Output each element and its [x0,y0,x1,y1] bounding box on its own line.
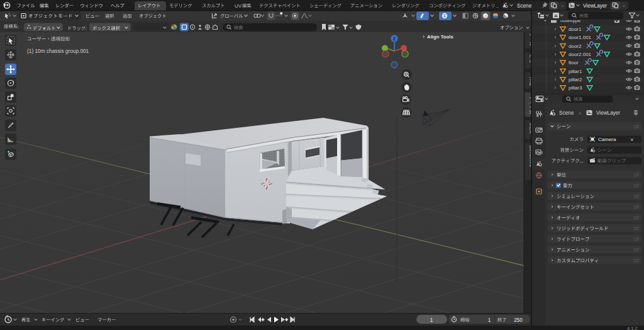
svg-text:›: › [552,182,553,188]
svg-text:›: › [552,214,553,220]
svg-text:UV: UV [235,3,242,9]
svg-text:(1) 10m chassis group.001: (1) 10m chassis group.001 [27,48,89,54]
svg-text:door1.001: door1.001 [569,35,592,40]
svg-text:›: › [555,34,557,40]
svg-text:›: › [555,43,557,49]
svg-text:Camera: Camera [598,137,616,142]
svg-text:pillar3: pillar3 [569,85,582,91]
svg-text:›: › [555,59,557,65]
svg-text:›: › [552,246,553,253]
svg-text:›: › [423,33,425,40]
svg-text:›: › [555,26,557,32]
svg-text:Z: Z [393,37,396,41]
svg-text:ViewLayer: ViewLayer [583,3,607,9]
svg-text:›: › [555,68,557,74]
svg-text:1: 1 [430,317,433,323]
svg-text:›: › [555,84,557,91]
svg-text:›: › [552,171,553,178]
svg-text:›: › [552,193,553,199]
svg-text:floor: floor [569,60,579,65]
svg-text:Scene: Scene [559,110,574,116]
svg-text:Scene: Scene [517,3,532,9]
svg-text:pillar1: pillar1 [569,69,582,74]
svg-text:›: › [552,203,553,210]
svg-text:door2.001: door2.001 [569,52,592,57]
svg-text:›: › [555,76,557,82]
svg-text:›: › [579,110,581,117]
svg-text:door1: door1 [569,26,582,32]
svg-text:ViewLayer: ViewLayer [596,110,620,116]
svg-text:door2: door2 [569,43,582,49]
svg-text:1: 1 [488,317,491,323]
svg-text:×: × [623,3,626,9]
svg-text:Align Tools: Align Tools [427,34,454,40]
svg-text:..: .. [496,3,499,9]
svg-text:×: × [630,137,633,143]
svg-text:›: › [555,51,557,57]
svg-text:›: › [552,225,553,231]
svg-text:›: › [552,257,553,263]
svg-text:›: › [552,236,553,242]
svg-text:4.1.2: 4.1.2 [627,326,638,330]
svg-text:×: × [561,3,564,9]
svg-text:250: 250 [514,317,523,323]
svg-text:pillar2: pillar2 [569,77,582,82]
